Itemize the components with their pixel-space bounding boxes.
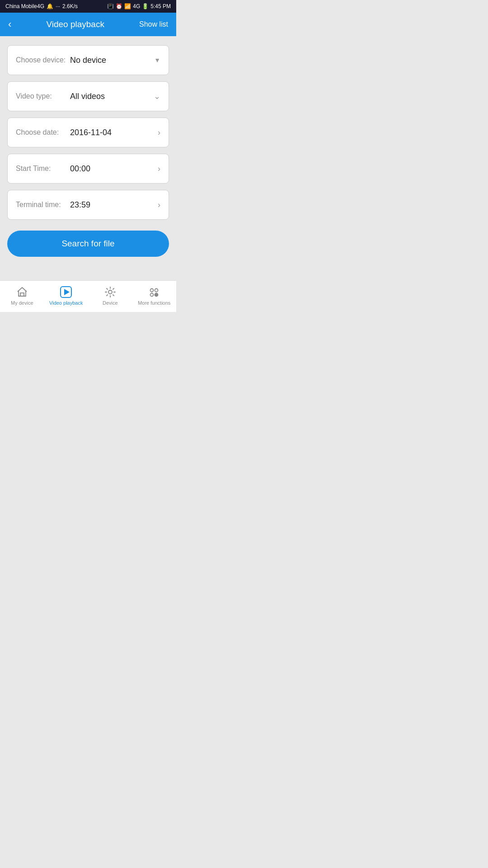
svg-point-5: [155, 288, 158, 292]
gear-icon: [104, 286, 117, 298]
nav-label-device: Device: [103, 300, 118, 306]
wifi-icon: 📶: [124, 3, 131, 9]
show-list-button[interactable]: Show list: [139, 20, 168, 28]
svg-point-6: [150, 293, 154, 296]
svg-point-7: [155, 293, 158, 296]
play-icon: [60, 286, 72, 298]
bell-icon: 🔔: [47, 3, 53, 9]
nav-label-more-functions: More functions: [138, 300, 170, 306]
nav-item-my-device[interactable]: My device: [0, 286, 44, 306]
video-type-value: All videos: [70, 92, 154, 101]
back-button[interactable]: ‹: [8, 19, 11, 29]
vibrate-icon: 📳: [107, 3, 114, 9]
start-time-value: 00:00: [70, 164, 158, 174]
nav-item-video-playback[interactable]: Video playback: [44, 286, 89, 306]
terminal-time-row[interactable]: Terminal time: 23:59 ›: [7, 190, 169, 220]
status-bar-right: 📳 ⏰ 📶 4G 🔋 5:45 PM: [107, 3, 171, 9]
start-time-chevron-icon: ›: [158, 164, 160, 174]
carrier-label: China Mobile4G: [5, 3, 44, 9]
signal-icon: 4G: [133, 3, 140, 9]
app-header: ‹ Video playback Show list: [0, 13, 176, 36]
device-value: No device: [70, 56, 154, 65]
alarm-icon: ⏰: [116, 3, 122, 9]
svg-marker-2: [64, 289, 70, 295]
choose-device-row[interactable]: Choose device: No device ▼: [7, 45, 169, 75]
nav-item-more-functions[interactable]: More functions: [132, 286, 177, 306]
dropdown-arrow-icon: ▼: [154, 57, 160, 64]
chevron-right-icon: ›: [158, 128, 160, 137]
time-label: 5:45 PM: [150, 3, 171, 9]
svg-rect-0: [20, 293, 24, 296]
svg-point-3: [108, 290, 112, 294]
status-bar: China Mobile4G 🔔 ··· 2.6K/s 📳 ⏰ 📶 4G 🔋 5…: [0, 0, 176, 13]
page-title: Video playback: [11, 19, 139, 29]
date-value: 2016-11-04: [70, 128, 158, 137]
home-icon: [16, 286, 28, 298]
svg-point-4: [150, 288, 154, 292]
start-time-row[interactable]: Start Time: 00:00 ›: [7, 154, 169, 184]
video-type-label: Video type:: [16, 92, 70, 100]
dots-icon: ···: [56, 3, 60, 9]
terminal-time-value: 23:59: [70, 200, 158, 210]
nav-item-device[interactable]: Device: [88, 286, 132, 306]
more-functions-icon: [148, 286, 160, 298]
search-for-file-button[interactable]: Search for file: [7, 231, 169, 257]
choose-date-row[interactable]: Choose date: 2016-11-04 ›: [7, 118, 169, 147]
video-type-row[interactable]: Video type: All videos ⌄: [7, 81, 169, 111]
nav-label-my-device: My device: [11, 300, 33, 306]
terminal-time-label: Terminal time:: [16, 201, 70, 209]
device-label: Choose device:: [16, 56, 70, 64]
nav-label-video-playback: Video playback: [49, 300, 83, 306]
main-content: Choose device: No device ▼ Video type: A…: [0, 36, 176, 280]
date-label: Choose date:: [16, 128, 70, 137]
start-time-label: Start Time:: [16, 165, 70, 173]
terminal-time-chevron-icon: ›: [158, 200, 160, 210]
status-bar-left: China Mobile4G 🔔 ··· 2.6K/s: [5, 3, 78, 9]
battery-icon: 🔋: [142, 3, 149, 9]
bottom-navigation: My device Video playback Device: [0, 280, 176, 312]
chevron-down-icon: ⌄: [154, 91, 160, 101]
speed-label: 2.6K/s: [62, 3, 78, 9]
